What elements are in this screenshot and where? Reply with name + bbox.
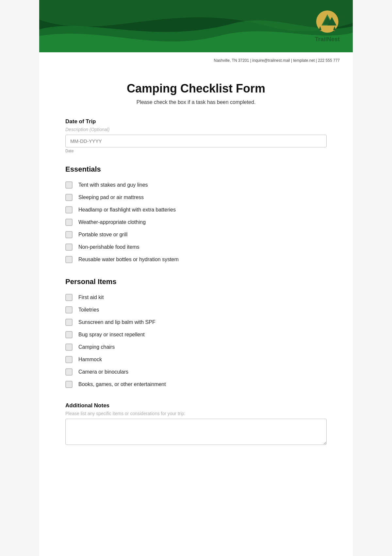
section-title-essentials: Essentials — [65, 165, 327, 174]
list-item: Headlamp or flashlight with extra batter… — [65, 204, 327, 216]
checklist-item-label: Sunscreen and lip balm with SPF — [78, 319, 155, 325]
date-input[interactable] — [65, 135, 327, 147]
checkbox-personal-items-6[interactable] — [65, 368, 73, 376]
checkbox-essentials-6[interactable] — [65, 256, 73, 263]
checkbox-essentials-1[interactable] — [65, 194, 73, 201]
checklist-item-label: Reusable water bottles or hydration syst… — [78, 257, 179, 262]
page-title: Camping Checklist Form — [65, 82, 327, 95]
checklist-item-label: Camping chairs — [78, 344, 115, 350]
list-item: Books, games, or other entertainment — [65, 378, 327, 391]
checklist-item-label: Tent with stakes and guy lines — [78, 182, 148, 188]
list-item: Reusable water bottles or hydration syst… — [65, 253, 327, 266]
checkbox-personal-items-0[interactable] — [65, 294, 73, 301]
checklist-item-label: Toiletries — [78, 307, 99, 313]
checkbox-essentials-4[interactable] — [65, 231, 73, 238]
checkbox-personal-items-1[interactable] — [65, 306, 73, 313]
checkbox-personal-items-7[interactable] — [65, 381, 73, 388]
date-field-description: Description (Optional) — [65, 127, 327, 132]
checklist-essentials: Tent with stakes and guy linesSleeping p… — [65, 179, 327, 266]
checkbox-personal-items-5[interactable] — [65, 356, 73, 363]
checklist-item-label: Bug spray or insect repellent — [78, 332, 145, 338]
checklist-item-label: Sleeping pad or air mattress — [78, 194, 144, 200]
checkbox-personal-items-4[interactable] — [65, 344, 73, 351]
company-name: TrailNest — [315, 36, 340, 43]
date-field-label: Date of Trip — [65, 118, 327, 125]
list-item: Camping chairs — [65, 341, 327, 353]
list-item: Sunscreen and lip balm with SPF — [65, 316, 327, 329]
page-subtitle: Please check the box if a task has been … — [65, 99, 327, 105]
checkbox-personal-items-3[interactable] — [65, 331, 73, 338]
header: TrailNest Nashville, TN 37201 | inquire@… — [39, 0, 353, 69]
checkbox-essentials-0[interactable] — [65, 181, 73, 189]
list-item: Camera or binoculars — [65, 366, 327, 378]
date-field-hint: Date — [65, 149, 327, 153]
trailnest-logo-icon — [316, 10, 339, 33]
date-field-section: Date of Trip Description (Optional) Date — [65, 118, 327, 153]
section-title-personal-items: Personal Items — [65, 278, 327, 286]
checklist-item-label: Headlamp or flashlight with extra batter… — [78, 207, 176, 213]
checklist-item-label: Books, games, or other entertainment — [78, 381, 166, 387]
logo-area: TrailNest — [315, 10, 340, 43]
checklist-item-label: Hammock — [78, 357, 102, 362]
notes-label: Additional Notes — [65, 402, 327, 409]
additional-notes-section: Additional Notes Please list any specifi… — [65, 402, 327, 446]
svg-rect-8 — [334, 30, 335, 31]
list-item: Toiletries — [65, 304, 327, 316]
list-item: Non-perishable food items — [65, 241, 327, 253]
checklist-item-label: Portable stove or grill — [78, 232, 127, 238]
checkbox-personal-items-2[interactable] — [65, 319, 73, 326]
svg-rect-7 — [320, 30, 320, 31]
list-item: Sleeping pad or air mattress — [65, 191, 327, 204]
company-contact: Nashville, TN 37201 | inquire@trailnest.… — [214, 58, 340, 63]
checklist-item-label: Non-perishable food items — [78, 244, 139, 250]
list-item: Hammock — [65, 353, 327, 366]
list-item: Tent with stakes and guy lines — [65, 179, 327, 191]
checkbox-essentials-2[interactable] — [65, 206, 73, 213]
checkbox-essentials-3[interactable] — [65, 219, 73, 226]
list-item: Portable stove or grill — [65, 228, 327, 241]
list-item: Bug spray or insect repellent — [65, 329, 327, 341]
checklist-sections: EssentialsTent with stakes and guy lines… — [65, 165, 327, 391]
list-item: First aid kit — [65, 291, 327, 304]
main-content: Camping Checklist Form Please check the … — [39, 69, 353, 466]
checkbox-essentials-5[interactable] — [65, 244, 73, 251]
checklist-item-label: Weather-appropriate clothing — [78, 219, 146, 225]
checklist-item-label: Camera or binoculars — [78, 369, 128, 375]
notes-description: Please list any specific items or consid… — [65, 411, 327, 416]
notes-textarea[interactable] — [65, 419, 327, 445]
checklist-personal-items: First aid kitToiletriesSunscreen and lip… — [65, 291, 327, 391]
checklist-item-label: First aid kit — [78, 295, 104, 300]
page-container: TrailNest Nashville, TN 37201 | inquire@… — [39, 0, 353, 556]
list-item: Weather-appropriate clothing — [65, 216, 327, 228]
